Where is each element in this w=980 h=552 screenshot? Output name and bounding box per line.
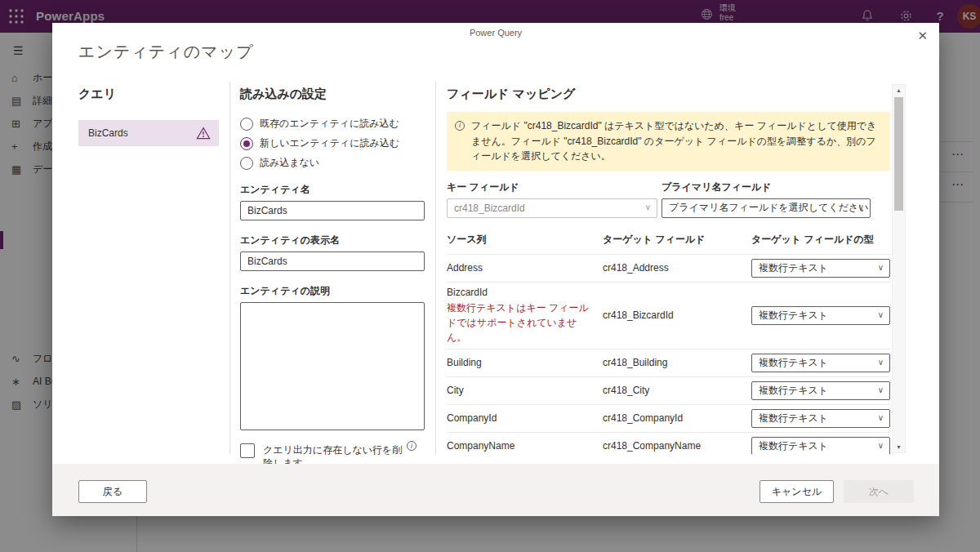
delete-rows-checkbox[interactable] (240, 443, 255, 458)
back-button[interactable]: 戻る (78, 480, 147, 503)
load-settings-heading: 読み込みの設定 (240, 87, 425, 102)
target-type-dropdown[interactable]: 複数行テキスト ∨ (751, 354, 890, 372)
close-icon[interactable]: ✕ (917, 29, 928, 43)
target-type-dropdown[interactable]: 複数行テキスト ∨ (751, 381, 890, 400)
table-row: CompanyId cr418_CompanyId 複数行テキスト ∨ (447, 404, 890, 432)
target-type-value: 複数行テキスト (759, 261, 828, 275)
field-mapping-panel: フィールド マッピング i フィールド "cr418_BizcardId" はテ… (447, 82, 890, 454)
dialog-title: エンティティのマップ (78, 41, 254, 63)
load-option-label: 既存のエンティティに読み込む (260, 117, 399, 131)
query-list-item[interactable]: BizCards (78, 120, 219, 146)
warning-triangle-icon (196, 127, 211, 140)
table-row: Address cr418_Address 複数行テキスト ∨ (447, 254, 890, 282)
load-option-radio[interactable]: 既存のエンティティに読み込む (240, 117, 425, 131)
target-type-dropdown[interactable]: 複数行テキスト ∨ (751, 306, 890, 325)
target-field: cr418_City (603, 385, 751, 396)
key-field-dropdown[interactable]: cr418_BizcardId ∨ (447, 198, 657, 218)
display-name-label: エンティティの表示名 (240, 234, 425, 247)
target-type-value: 複数行テキスト (759, 309, 828, 323)
load-option-radio[interactable]: 読み込まない (240, 156, 425, 170)
target-type-value: 複数行テキスト (759, 384, 828, 398)
primary-field-value: プライマリ名フィールドを選択してください (669, 201, 869, 215)
queries-heading: クエリ (78, 87, 219, 102)
target-field: cr418_BizcardId (603, 309, 751, 321)
cancel-button[interactable]: キャンセル (760, 480, 834, 503)
scrollbar-thumb[interactable] (894, 97, 903, 211)
source-column: Building (447, 357, 595, 368)
table-row: Building cr418_Building 複数行テキスト ∨ (447, 349, 890, 376)
chevron-down-icon: ∨ (858, 203, 864, 211)
chevron-down-icon: ∨ (645, 203, 651, 211)
source-column: Address (447, 262, 595, 274)
description-textarea[interactable] (240, 302, 425, 430)
primary-field-dropdown[interactable]: プライマリ名フィールドを選択してください ∨ (662, 198, 871, 218)
key-field-notice: i フィールド "cr418_BizcardId" はテキスト型ではないため、キ… (447, 112, 890, 171)
load-settings-panel: 読み込みの設定 既存のエンティティに読み込む 新しいエンティティに読み込む 読み… (240, 82, 425, 470)
column-divider (229, 82, 230, 454)
mapping-scrollbar[interactable]: ▲ ▼ (892, 84, 906, 453)
target-type-value: 複数行テキスト (759, 356, 828, 370)
query-list: BizCards (78, 120, 219, 146)
radio-icon (240, 118, 253, 131)
target-type-value: 複数行テキスト (759, 412, 828, 425)
target-type-dropdown[interactable]: 複数行テキスト ∨ (751, 437, 890, 454)
target-field: cr418_CompanyId (603, 412, 751, 424)
col-header-source: ソース列 (447, 233, 603, 247)
scroll-up-icon[interactable]: ▲ (893, 87, 905, 93)
source-column: City (447, 385, 595, 396)
target-field: cr418_Building (603, 357, 751, 368)
table-row: BizcardId 複数行テキストはキー フィールドではサポートされていません。… (447, 282, 890, 349)
radio-icon (240, 157, 253, 170)
source-column: CompanyId (447, 412, 595, 424)
chevron-down-icon: ∨ (878, 358, 884, 367)
key-field-notice-text: フィールド "cr418_BizcardId" はテキスト型ではないため、キー … (471, 118, 880, 164)
query-name: BizCards (88, 127, 128, 139)
scroll-down-icon[interactable]: ▼ (893, 444, 905, 450)
load-option-label: 読み込まない (260, 156, 319, 170)
queries-panel: クエリ BizCards (78, 82, 219, 146)
row-error-text: 複数行テキストはキー フィールドではサポートされていません。 (447, 300, 595, 345)
key-field-label: キー フィールド (447, 180, 657, 194)
dialog-frame-label: Power Query (52, 28, 939, 38)
primary-field-label: プライマリ名フィールド (662, 180, 871, 194)
chevron-down-icon: ∨ (878, 263, 884, 272)
mapping-table-header: ソース列 ターゲット フィールド ターゲット フィールドの型 (447, 228, 890, 254)
load-option-radio[interactable]: 新しいエンティティに読み込む (240, 136, 425, 150)
target-type-dropdown[interactable]: 複数行テキスト ∨ (751, 409, 890, 428)
load-options: 既存のエンティティに読み込む 新しいエンティティに読み込む 読み込まない (240, 117, 425, 170)
next-button[interactable]: 次へ (844, 480, 914, 503)
info-icon: i (455, 121, 465, 131)
radio-icon (240, 137, 253, 150)
target-field: cr418_Address (603, 262, 751, 274)
entity-name-label: エンティティ名 (240, 183, 425, 197)
entity-name-input[interactable]: BizCards (240, 201, 425, 220)
col-header-target: ターゲット フィールド (603, 233, 751, 247)
map-entities-dialog: Power Query ✕ エンティティのマップ クエリ BizCards 読み… (52, 23, 939, 516)
chevron-down-icon: ∨ (878, 413, 884, 422)
chevron-down-icon: ∨ (878, 441, 884, 450)
chevron-down-icon: ∨ (878, 385, 884, 394)
mapping-table: ソース列 ターゲット フィールド ターゲット フィールドの型 Address c… (447, 228, 890, 454)
load-option-label: 新しいエンティティに読み込む (260, 136, 399, 150)
info-icon: i (407, 441, 416, 451)
description-label: エンティティの説明 (240, 284, 425, 298)
col-header-type: ターゲット フィールドの型 (751, 233, 890, 247)
source-column: CompanyName (447, 440, 595, 452)
source-column: BizcardId (447, 287, 595, 298)
mapping-table-body: Address cr418_Address 複数行テキスト ∨ (447, 254, 890, 454)
target-field: cr418_CompanyName (603, 440, 751, 452)
table-row: CompanyName cr418_CompanyName 複数行テキスト ∨ (447, 432, 890, 454)
chevron-down-icon: ∨ (878, 310, 884, 319)
field-mapping-heading: フィールド マッピング (447, 87, 890, 102)
column-divider (435, 82, 436, 454)
target-type-dropdown[interactable]: 複数行テキスト ∨ (751, 259, 890, 278)
dialog-footer: 戻る キャンセル 次へ (52, 464, 939, 516)
target-type-value: 複数行テキスト (759, 439, 828, 453)
display-name-input[interactable]: BizCards (240, 252, 425, 271)
table-row: City cr418_City 複数行テキスト ∨ (447, 376, 890, 404)
key-field-value: cr418_BizcardId (454, 203, 525, 214)
